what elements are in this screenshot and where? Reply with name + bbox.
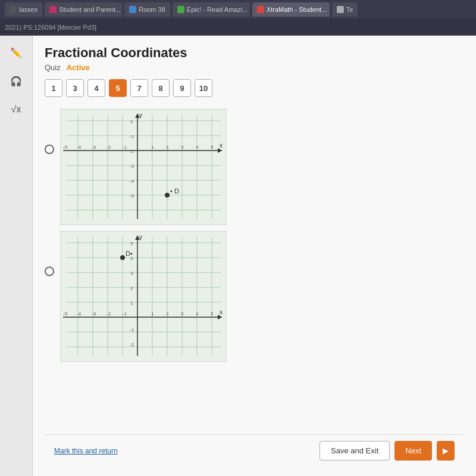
bottom-bar: Mark this and return Save and Exit Next … [45, 434, 464, 466]
svg-point-84 [120, 255, 125, 260]
tab-label-te: Te [346, 6, 353, 13]
svg-text:-1: -1 [130, 134, 134, 139]
svg-text:5: 5 [211, 145, 214, 150]
graph-svg-2: y 5 4 3 2 1 x [60, 231, 227, 362]
save-exit-button[interactable]: Save and Exit [320, 441, 390, 461]
graphs-area: x y -5 -4 -3 -2 -1 1 2 3 4 5 1 [45, 107, 464, 434]
headphones-icon[interactable]: 🎧 [5, 70, 27, 92]
quiz-container: ✏️ 🎧 √x Fractional Coordinates Quiz Acti… [0, 36, 476, 476]
svg-text:-2: -2 [107, 311, 111, 317]
tab-label-lasses: lasses [19, 6, 37, 13]
q-num-10[interactable]: 10 [195, 79, 212, 97]
formula-icon[interactable]: √x [5, 99, 27, 120]
graph-option-2: y 5 4 3 2 1 x [45, 231, 464, 362]
svg-text:-1: -1 [123, 145, 127, 150]
svg-rect-0 [60, 109, 227, 225]
svg-text:-1: -1 [123, 311, 127, 317]
graph-svg-1: x y -5 -4 -3 -2 -1 1 2 3 4 5 1 [60, 109, 227, 225]
svg-point-40 [165, 193, 170, 198]
tab-bar: lasses Student and Parent... Room 38 Epi… [0, 0, 476, 19]
svg-text:x: x [220, 142, 223, 149]
svg-text:-2: -2 [107, 145, 111, 150]
svg-rect-42 [60, 231, 227, 362]
quiz-meta-status: Active [67, 63, 90, 72]
svg-text:-1: -1 [130, 327, 134, 333]
tab-label-student: Student and Parent... [59, 6, 121, 13]
tab-xtramath[interactable]: XtraMath - Student... ✕ [252, 2, 330, 17]
q-num-1[interactable]: 1 [45, 79, 62, 97]
svg-text:• D: • D [170, 187, 179, 195]
radio-option-1[interactable] [45, 145, 54, 154]
svg-text:-4: -4 [130, 178, 134, 184]
main-area: ✏️ 🎧 √x Fractional Coordinates Quiz Acti… [0, 36, 476, 476]
q-num-5-current[interactable]: 5 [109, 79, 127, 97]
svg-text:1: 1 [151, 145, 154, 150]
svg-text:-5: -5 [63, 311, 68, 317]
tab-student-parent[interactable]: Student and Parent... [45, 2, 122, 17]
svg-text:-5: -5 [130, 193, 134, 199]
question-nav: 1 3 4 5 7 8 9 10 [45, 79, 464, 97]
tab-label-epic: Epic! - Read Amazi... [187, 6, 248, 13]
svg-text:-2: -2 [130, 342, 134, 347]
svg-text:4: 4 [196, 311, 199, 317]
pencil-icon[interactable]: ✏️ [5, 42, 27, 63]
mark-return-link[interactable]: Mark this and return [54, 447, 118, 455]
next-arrow-button[interactable]: ▶ [437, 441, 455, 461]
left-sidebar: ✏️ 🎧 √x [0, 36, 33, 476]
svg-text:3: 3 [181, 145, 184, 150]
svg-text:1: 1 [130, 300, 133, 306]
svg-text:D•: D• [126, 250, 133, 257]
svg-text:y: y [139, 112, 142, 118]
tab-favicon-room38 [129, 6, 136, 13]
q-num-4[interactable]: 4 [87, 79, 105, 97]
graph-option-1: x y -5 -4 -3 -2 -1 1 2 3 4 5 1 [45, 109, 464, 225]
tab-room38[interactable]: Room 38 [124, 2, 170, 17]
quiz-meta: Quiz Active [45, 63, 464, 72]
tab-te[interactable]: Te [332, 2, 358, 17]
tab-favicon-epic [177, 6, 184, 13]
tab-epic[interactable]: Epic! - Read Amazi... [173, 2, 250, 17]
svg-text:-3: -3 [130, 164, 134, 169]
q-num-7[interactable]: 7 [130, 79, 148, 97]
svg-text:5: 5 [130, 241, 133, 246]
svg-text:3: 3 [130, 271, 133, 276]
tab-favicon-lasses [10, 6, 17, 13]
svg-text:y: y [139, 234, 142, 240]
next-button[interactable]: Next [394, 441, 432, 461]
bottom-buttons: Save and Exit Next ▶ [320, 441, 455, 461]
tab-lasses[interactable]: lasses [5, 2, 42, 17]
radio-option-2[interactable] [45, 267, 54, 276]
svg-text:2: 2 [130, 286, 133, 291]
q-num-3[interactable]: 3 [66, 79, 84, 97]
svg-text:-4: -4 [77, 145, 82, 150]
q-num-8[interactable]: 8 [152, 79, 170, 97]
svg-text:5: 5 [211, 311, 214, 317]
svg-text:4: 4 [196, 145, 199, 150]
svg-text:2: 2 [166, 145, 169, 150]
svg-text:-2: -2 [130, 149, 134, 154]
svg-text:-4: -4 [77, 311, 82, 317]
svg-text:2: 2 [166, 311, 169, 317]
tab-label-room38: Room 38 [139, 6, 165, 13]
svg-text:-3: -3 [92, 145, 96, 150]
tab-label-xtramath: XtraMath - Student... [267, 6, 327, 13]
svg-text:1: 1 [130, 119, 133, 124]
svg-text:x: x [220, 309, 223, 315]
svg-text:-3: -3 [92, 311, 96, 317]
svg-text:-5: -5 [63, 145, 68, 150]
tab-favicon-student [49, 6, 57, 13]
address-text: 2021) PS:126094 [Mercier Pd3] [5, 24, 96, 31]
svg-text:1: 1 [151, 311, 154, 317]
quiz-panel: Fractional Coordinates Quiz Active 1 3 4… [33, 36, 476, 476]
address-bar: 2021) PS:126094 [Mercier Pd3] [0, 19, 476, 36]
tab-favicon-xtramath [257, 6, 264, 13]
tab-favicon-te [337, 6, 344, 13]
quiz-title: Fractional Coordinates [45, 45, 464, 61]
quiz-meta-label: Quiz [45, 63, 61, 72]
q-num-9[interactable]: 9 [173, 79, 191, 97]
svg-text:3: 3 [181, 311, 184, 317]
